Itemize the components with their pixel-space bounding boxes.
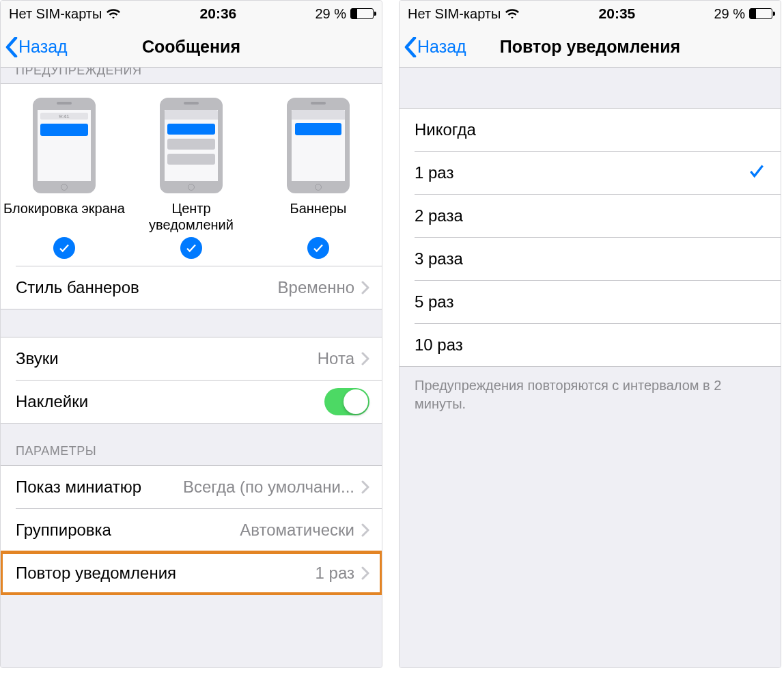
repeat-option[interactable]: 1 раз [400, 152, 781, 194]
status-right: 29 % [315, 6, 374, 22]
sounds-value: Нота [59, 349, 354, 368]
lock-preview-icon: 9:41 [33, 98, 96, 193]
repeat-label: Повтор уведомления [16, 564, 176, 583]
repeat-option[interactable]: Никогда [400, 109, 781, 151]
repeat-options-group: Никогда 1 раз 2 раза 3 раза 5 раз 10 раз [400, 109, 781, 367]
status-bar: Нет SIM-карты 20:36 29 % [1, 1, 382, 27]
params-group: Показ миниатюр Всегда (по умолчани... Гр… [1, 465, 382, 595]
alert-label-center: Центр уведомлений [128, 200, 254, 233]
battery-pct: 29 % [714, 6, 745, 22]
repeat-option[interactable]: 2 раза [400, 195, 781, 237]
chevron-right-icon [361, 523, 369, 537]
repeat-option[interactable]: 3 раза [400, 238, 781, 280]
alert-style-group: 9:41 Блокировка экрана [1, 84, 382, 309]
sounds-label: Звуки [16, 349, 59, 368]
wifi-icon [505, 6, 520, 21]
battery-icon [350, 8, 374, 19]
footer-note: Предупреждения повторяются с интервалом … [400, 367, 781, 420]
stickers-row: Наклейки [1, 381, 382, 423]
chevron-right-icon [361, 281, 369, 294]
chevron-right-icon [361, 480, 369, 494]
status-right: 29 % [714, 6, 772, 22]
banner-style-value: Временно [139, 278, 354, 297]
spacer [1, 309, 382, 337]
spacer [400, 420, 781, 667]
nav-bar: Назад Сообщения [1, 27, 382, 68]
sim-status: Нет SIM-карты [408, 6, 501, 22]
section-header-params: ПАРАМЕТРЫ [1, 424, 382, 465]
battery-pct: 29 % [315, 6, 346, 22]
spacer [1, 595, 382, 667]
status-time: 20:35 [599, 5, 636, 22]
sounds-group: Звуки Нота Наклейки [1, 337, 382, 424]
repeat-notification-row[interactable]: Повтор уведомления 1 раз [1, 552, 382, 594]
alert-label-banners: Баннеры [290, 200, 347, 233]
back-button[interactable]: Назад [1, 37, 68, 57]
back-button[interactable]: Назад [400, 37, 466, 57]
sim-status: Нет SIM-карты [9, 6, 102, 22]
chevron-right-icon [361, 566, 369, 580]
alert-option-banners[interactable]: Баннеры [255, 98, 381, 259]
alert-option-lock[interactable]: 9:41 Блокировка экрана [1, 98, 127, 259]
back-label: Назад [18, 37, 68, 57]
alert-option-center[interactable]: Центр уведомлений [128, 98, 254, 259]
phone-repeat-notification: Нет SIM-карты 20:35 29 % Назад Повтор ув… [399, 0, 781, 668]
center-preview-icon [160, 98, 223, 193]
grouping-label: Группировка [16, 521, 111, 540]
option-label: 3 раза [415, 249, 463, 268]
status-left: Нет SIM-карты [9, 6, 121, 22]
option-label: 2 раза [415, 206, 463, 225]
checkmark-icon [748, 162, 766, 184]
checkmark-icon [180, 237, 202, 259]
thumbnails-label: Показ миниатюр [16, 478, 141, 497]
battery-icon [749, 8, 772, 19]
option-label: Никогда [415, 120, 476, 139]
alert-label-lock: Блокировка экрана [3, 200, 125, 233]
checkmark-icon [307, 237, 329, 259]
grouping-value: Автоматически [111, 521, 354, 540]
status-time: 20:36 [200, 5, 237, 22]
status-bar: Нет SIM-карты 20:35 29 % [400, 1, 781, 27]
phone-messages-settings: Нет SIM-карты 20:36 29 % Назад Сообщения… [0, 0, 382, 668]
checkmark-icon [53, 237, 75, 259]
option-label: 1 раз [415, 163, 453, 182]
back-label: Назад [417, 37, 466, 57]
repeat-option[interactable]: 5 раз [400, 281, 781, 323]
stickers-toggle[interactable] [324, 388, 369, 415]
banner-preview-icon [287, 98, 350, 193]
alert-row: 9:41 Блокировка экрана [1, 84, 382, 266]
grouping-row[interactable]: Группировка Автоматически [1, 509, 382, 551]
chevron-right-icon [361, 352, 369, 365]
thumbnails-value: Всегда (по умолчани... [141, 478, 354, 497]
battery-fill [351, 9, 357, 18]
battery-fill [750, 9, 756, 18]
repeat-value: 1 раз [176, 564, 354, 583]
option-label: 10 раз [415, 335, 463, 355]
banner-style-label: Стиль баннеров [16, 278, 139, 297]
sounds-row[interactable]: Звуки Нота [1, 337, 382, 380]
stickers-label: Наклейки [16, 392, 88, 411]
spacer [400, 68, 781, 109]
status-left: Нет SIM-карты [408, 6, 520, 22]
thumbnails-row[interactable]: Показ миниатюр Всегда (по умолчани... [1, 466, 382, 508]
banner-style-row[interactable]: Стиль баннеров Временно [1, 266, 382, 309]
option-label: 5 раз [415, 292, 453, 312]
repeat-option[interactable]: 10 раз [400, 324, 781, 366]
nav-bar: Назад Повтор уведомления [400, 27, 781, 68]
wifi-icon [106, 6, 121, 21]
